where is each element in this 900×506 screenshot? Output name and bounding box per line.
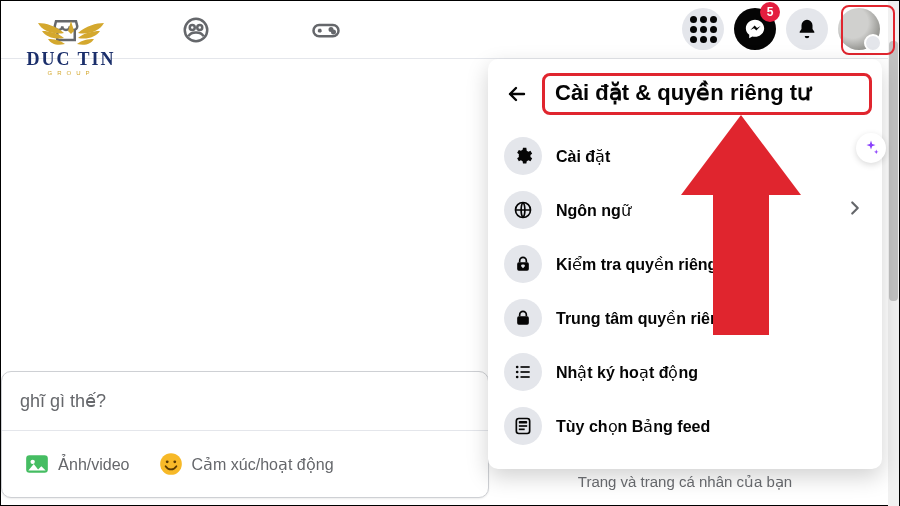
menu-item-settings[interactable]: Cài đặt [498, 129, 872, 183]
panel-title-highlight: Cài đặt & quyền riêng tư [542, 73, 872, 115]
composer-prompt[interactable]: ghĩ gì thế? [2, 372, 488, 431]
gear-icon [504, 137, 542, 175]
menu-item-feed-options[interactable]: Tùy chọn Bảng feed [498, 399, 872, 453]
svg-point-0 [185, 18, 208, 41]
svg-point-5 [332, 30, 335, 33]
feeling-icon [158, 451, 184, 477]
scrollbar-thumb[interactable] [889, 41, 898, 301]
svg-rect-17 [521, 366, 530, 368]
svg-point-15 [516, 371, 519, 374]
menu-item-privacy-center[interactable]: Trung tâm quyền riêng tư [498, 291, 872, 345]
composer-card: ghĩ gì thế? Ảnh/video Cảm xúc/hoạt động [1, 371, 489, 498]
scrollbar-track[interactable] [888, 1, 899, 506]
svg-rect-19 [521, 376, 530, 378]
sparkle-button[interactable] [856, 133, 886, 163]
lock-heart-icon [504, 245, 542, 283]
gamepad-icon [311, 15, 341, 45]
svg-rect-13 [517, 316, 529, 324]
svg-rect-23 [519, 429, 525, 431]
svg-point-14 [516, 366, 519, 369]
messenger-button[interactable]: 5 [734, 8, 776, 50]
notifications-button[interactable] [786, 8, 828, 50]
menu-label: Ngôn ngữ [556, 201, 631, 220]
footer-caption: Trang và trang cá nhân của bạn [488, 473, 882, 491]
top-navbar: 5 [1, 1, 888, 59]
composer-feeling-label: Cảm xúc/hoạt động [192, 455, 334, 474]
notification-badge: 5 [760, 2, 780, 22]
panel-title: Cài đặt & quyền riêng tư [555, 80, 859, 106]
menu-label: Trung tâm quyền riêng tư [556, 309, 749, 328]
annotation-highlight-avatar [841, 5, 895, 55]
composer-photo-label: Ảnh/video [58, 455, 130, 474]
menu-label: Tùy chọn Bảng feed [556, 417, 710, 436]
bell-icon [796, 18, 818, 40]
nav-gaming[interactable] [296, 2, 356, 58]
logo-wings-icon [26, 17, 116, 51]
settings-menu: Cài đặt Ngôn ngữ Kiểm tra quyền riêng tư… [496, 123, 874, 459]
list-icon [504, 353, 542, 391]
svg-rect-18 [521, 371, 530, 373]
groups-icon [181, 15, 211, 45]
svg-point-16 [516, 376, 519, 379]
menu-label: Cài đặt [556, 147, 610, 166]
feed-icon [504, 407, 542, 445]
svg-point-8 [160, 453, 182, 475]
globe-icon [504, 191, 542, 229]
logo-brand-text: DUC TIN [26, 49, 115, 70]
svg-point-1 [190, 25, 195, 30]
composer-feeling-button[interactable]: Cảm xúc/hoạt động [144, 443, 348, 485]
messenger-icon [744, 18, 766, 40]
composer-photo-video-button[interactable]: Ảnh/video [10, 443, 144, 485]
photo-icon [24, 451, 50, 477]
settings-privacy-panel: Cài đặt & quyền riêng tư Cài đặt Ngôn ng… [488, 59, 882, 469]
menu-label: Kiểm tra quyền riêng tư [556, 255, 737, 274]
lock-icon [504, 299, 542, 337]
svg-point-7 [31, 460, 35, 464]
chevron-right-icon [844, 197, 866, 223]
arrow-left-icon [505, 82, 529, 106]
svg-point-2 [197, 25, 202, 30]
sparkle-icon [862, 139, 880, 157]
watermark-logo: DUC TIN GROUP [15, 17, 127, 79]
svg-point-9 [165, 460, 168, 463]
grid-icon [690, 16, 717, 43]
logo-sub-text: GROUP [47, 70, 94, 76]
menu-item-activity-log[interactable]: Nhật ký hoạt động [498, 345, 872, 399]
menu-apps-button[interactable] [682, 8, 724, 50]
menu-item-privacy-check[interactable]: Kiểm tra quyền riêng tư [498, 237, 872, 291]
svg-point-10 [173, 460, 176, 463]
back-button[interactable] [498, 75, 536, 113]
svg-rect-22 [519, 425, 527, 427]
nav-groups[interactable] [166, 2, 226, 58]
menu-item-language[interactable]: Ngôn ngữ [498, 183, 872, 237]
svg-rect-21 [519, 421, 527, 424]
menu-label: Nhật ký hoạt động [556, 363, 698, 382]
